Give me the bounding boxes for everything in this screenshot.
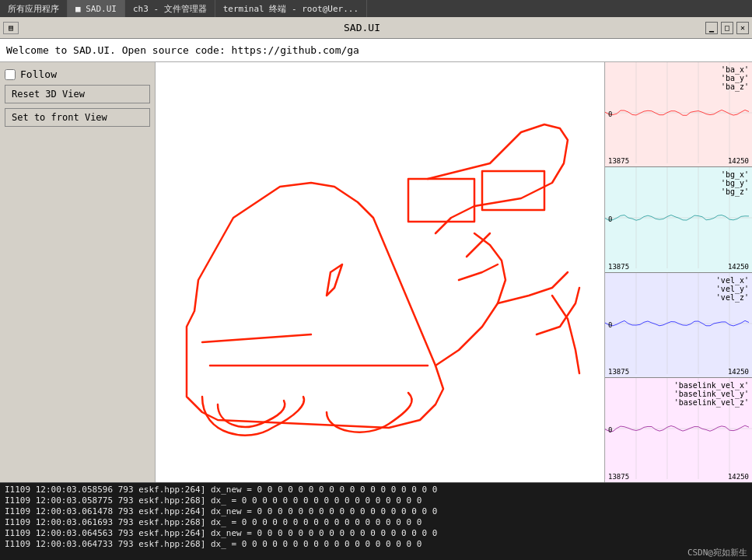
set-front-view-button[interactable]: Set to front View <box>5 108 150 127</box>
label-bg_y: 'bg_y' <box>721 179 749 187</box>
baselink-x-left: 13875 <box>608 473 629 481</box>
log-line-5: I1109 12:00:03.064563 793 eskf.hpp:264] … <box>5 528 747 539</box>
chart-baselink-labels: 'baselink_vel_x' 'baselink_vel_y' 'basel… <box>674 381 749 407</box>
label-vel_x: 'vel_x' <box>716 276 749 285</box>
chart-vel: 'vel_x' 'vel_y' 'vel_z' 0 13875 14250 <box>605 273 752 378</box>
taskbar-all-apps[interactable]: 所有应用程序 <box>0 0 68 17</box>
maximize-button[interactable]: □ <box>721 22 733 34</box>
log-line-4: I1109 12:00:03.061693 793 eskf.hpp:268] … <box>5 517 747 528</box>
label-ba_z: 'ba_z' <box>721 82 749 91</box>
chart-ba: 'ba_x' 'ba_y' 'ba_z' 0 13875 14250 <box>605 62 752 167</box>
ba-x-right: 14250 <box>728 157 749 165</box>
taskbar-terminal[interactable]: terminal 终端 - root@Uer... <box>215 0 367 17</box>
taskbar-file-manager[interactable]: ch3 - 文件管理器 <box>125 0 215 17</box>
label-vel_y: 'vel_y' <box>716 285 749 293</box>
window-menu-icon[interactable]: ▤ <box>3 22 19 34</box>
window-title: SAD.UI <box>19 22 705 33</box>
label-ba_x: 'ba_x' <box>721 65 749 74</box>
chart-baselink: 'baselink_vel_x' 'baselink_vel_y' 'basel… <box>605 378 752 482</box>
ba-x-labels: 13875 14250 <box>605 157 752 165</box>
label-ba_y: 'ba_y' <box>721 74 749 82</box>
bg-x-labels: 13875 14250 <box>605 263 752 271</box>
3d-view-canvas[interactable] <box>156 62 589 443</box>
vel-axis-zero: 0 <box>608 321 612 329</box>
ba-axis-zero: 0 <box>608 110 612 118</box>
chart-bg: 'bg_x' 'bg_y' 'bg_z' 0 13875 14250 <box>605 167 752 272</box>
title-bar: ▤ SAD.UI ▁ □ ✕ <box>0 17 752 39</box>
baselink-x-labels: 13875 14250 <box>605 473 752 481</box>
follow-label: Follow <box>20 68 57 80</box>
right-panel: 'ba_x' 'ba_y' 'ba_z' 0 13875 14250 'bg_x… <box>604 62 752 482</box>
label-bg_x: 'bg_x' <box>721 170 749 179</box>
vel-x-labels: 13875 14250 <box>605 368 752 376</box>
log-line-1: I1109 12:00:03.058596 793 eskf.hpp:264] … <box>5 485 747 495</box>
follow-checkbox[interactable] <box>5 69 16 80</box>
sidebar: Follow Reset 3D View Set to front View <box>0 62 156 482</box>
main-window: ▤ SAD.UI ▁ □ ✕ Welcome to SAD.UI. Open s… <box>0 17 752 560</box>
minimize-button[interactable]: ▁ <box>705 22 718 34</box>
chart-bg-labels: 'bg_x' 'bg_y' 'bg_z' <box>721 170 749 196</box>
chart-vel-labels: 'vel_x' 'vel_y' 'vel_z' <box>716 276 749 302</box>
log-line-2: I1109 12:00:03.058775 793 eskf.hpp:268] … <box>5 495 747 506</box>
vel-x-left: 13875 <box>608 368 629 376</box>
label-vel_z: 'vel_z' <box>716 293 749 302</box>
label-baselink_vel_y: 'baselink_vel_y' <box>674 390 749 398</box>
window-controls: ▁ □ ✕ <box>705 22 749 34</box>
ba-x-left: 13875 <box>608 157 629 165</box>
canvas-area[interactable] <box>156 62 604 482</box>
baselink-axis-zero: 0 <box>608 426 612 434</box>
taskbar: 所有应用程序 ■ SAD.UI ch3 - 文件管理器 terminal 终端 … <box>0 0 752 17</box>
vel-x-right: 14250 <box>728 368 749 376</box>
label-bg_z: 'bg_z' <box>721 187 749 196</box>
log-line-3: I1109 12:00:03.061478 793 eskf.hpp:264] … <box>5 506 747 517</box>
chart-ba-labels: 'ba_x' 'ba_y' 'ba_z' <box>721 65 749 91</box>
bg-axis-zero: 0 <box>608 215 612 223</box>
content-area: Follow Reset 3D View Set to front View '… <box>0 62 752 482</box>
bg-x-left: 13875 <box>608 263 629 271</box>
reset-3d-view-button[interactable]: Reset 3D View <box>5 85 150 103</box>
log-line-6: I1109 12:00:03.064733 793 eskf.hpp:268] … <box>5 539 747 550</box>
follow-row: Follow <box>5 68 150 80</box>
baselink-x-right: 14250 <box>728 473 749 481</box>
terminal-log: I1109 12:00:03.058596 793 eskf.hpp:264] … <box>0 482 752 560</box>
header-bar: Welcome to SAD.UI. Open source code: htt… <box>0 39 752 62</box>
watermark: CSDN@宛如新生 <box>687 547 747 558</box>
label-baselink_vel_z: 'baselink_vel_z' <box>674 398 749 407</box>
close-button[interactable]: ✕ <box>736 22 749 34</box>
welcome-text: Welcome to SAD.UI. Open source code: htt… <box>6 44 359 56</box>
taskbar-sad-ui[interactable]: ■ SAD.UI <box>68 0 125 17</box>
bg-x-right: 14250 <box>728 263 749 271</box>
label-baselink_vel_x: 'baselink_vel_x' <box>674 381 749 390</box>
